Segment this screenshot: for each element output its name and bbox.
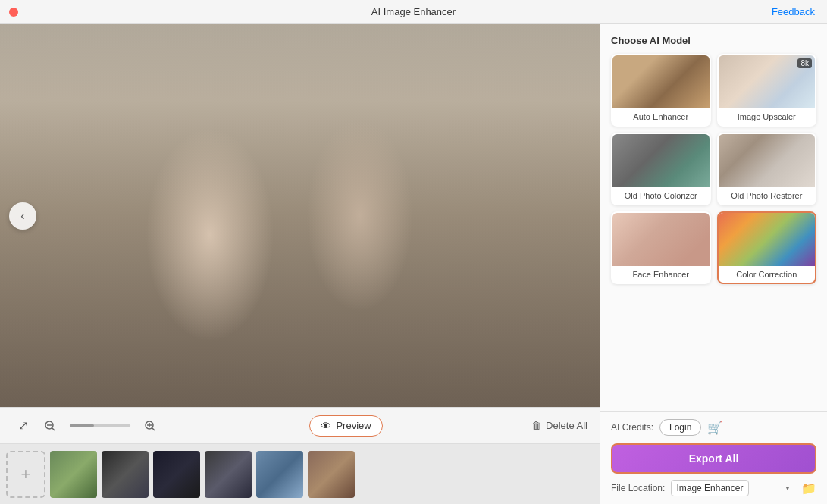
zoom-in-icon[interactable] [139,415,161,437]
image-overlay [0,24,600,407]
model-thumb-face-enhancer [612,213,710,266]
model-label-image-upscaler: Image Upscaler [719,108,816,125]
model-card-old-photo-restorer[interactable]: Old Photo Restorer [717,133,817,205]
preview-button[interactable]: 👁 Preview [309,415,382,437]
main-image [0,24,600,407]
model-thumb-old-photo-colorizer [612,134,710,187]
thumbnail-image [153,451,200,498]
window-controls [9,8,18,17]
list-item[interactable] [50,451,97,498]
thumbnail-image [50,451,97,498]
model-thumb-color-correction [719,213,816,266]
crop-icon[interactable]: ⤢ [12,415,33,437]
preview-label: Preview [336,420,371,431]
zoom-slider[interactable] [70,424,130,427]
toolbar-left: ⤢ [12,415,161,437]
close-dot[interactable] [9,8,18,17]
export-all-button[interactable]: Export All [611,443,816,474]
file-location-row: File Location: Image Enhancer 📁 [611,480,816,496]
plus-icon: + [21,465,31,484]
filmstrip: + [0,443,600,504]
model-label-old-photo-colorizer: Old Photo Colorizer [612,187,710,204]
eye-icon: 👁 [321,420,331,432]
ai-credits-row: AI Credits: Login 🛒 [611,419,816,436]
list-item[interactable] [153,451,200,498]
thumbnail-image [308,451,355,498]
list-item[interactable] [102,451,149,498]
list-item[interactable] [308,451,355,498]
cart-icon[interactable]: 🛒 [707,421,722,435]
svg-line-1 [52,427,55,430]
image-area: ‹ [0,24,600,407]
section-title: Choose AI Model [611,35,816,46]
model-card-old-photo-colorizer[interactable]: Old Photo Colorizer [611,133,711,205]
delete-all-button[interactable]: 🗑 Delete All [531,420,587,431]
list-item[interactable] [256,451,303,498]
folder-icon[interactable]: 📁 [801,481,816,496]
model-label-color-correction: Color Correction [719,266,816,283]
feedback-link[interactable]: Feedback [772,6,815,17]
file-location-wrapper: Image Enhancer [671,480,795,496]
file-location-select[interactable]: Image Enhancer [671,480,749,496]
model-label-face-enhancer: Face Enhancer [612,266,710,283]
right-bottom-panel: AI Credits: Login 🛒 Export All File Loca… [600,411,827,504]
thumbnail-image [205,451,252,498]
login-button[interactable]: Login [659,419,701,436]
main-content: ‹ ⤢ [0,24,827,504]
prev-arrow[interactable]: ‹ [9,202,36,230]
model-label-old-photo-restorer: Old Photo Restorer [719,187,816,204]
file-location-label: File Location: [611,483,665,493]
image-toolbar: ⤢ [0,407,600,443]
svg-line-4 [152,427,155,430]
right-panel: Choose AI Model Auto EnhancerImage Upsca… [600,24,827,504]
thumbnail-image [256,451,303,498]
model-thumb-auto-enhancer [612,55,710,108]
delete-all-label: Delete All [546,420,587,431]
title-bar: AI Image Enhancer Feedback [0,0,827,24]
model-card-image-upscaler[interactable]: Image Upscaler [717,54,817,127]
add-image-button[interactable]: + [6,451,45,498]
model-grid: Auto EnhancerImage UpscalerOld Photo Col… [611,54,816,284]
thumbnail-image [102,451,149,498]
model-card-auto-enhancer[interactable]: Auto Enhancer [611,54,711,127]
model-card-color-correction[interactable]: Color Correction [717,211,817,284]
model-card-face-enhancer[interactable]: Face Enhancer [611,211,711,284]
model-thumb-old-photo-restorer [719,134,816,187]
app-title: AI Image Enhancer [371,6,456,17]
model-scroll-area: Choose AI Model Auto EnhancerImage Upsca… [600,24,827,411]
left-panel: ‹ ⤢ [0,24,600,504]
ai-credits-label: AI Credits: [611,422,653,433]
list-item[interactable] [205,451,252,498]
model-thumb-image-upscaler [719,55,816,108]
model-label-auto-enhancer: Auto Enhancer [612,108,710,125]
trash-icon: 🗑 [531,420,541,431]
zoom-out-icon[interactable] [39,415,61,437]
